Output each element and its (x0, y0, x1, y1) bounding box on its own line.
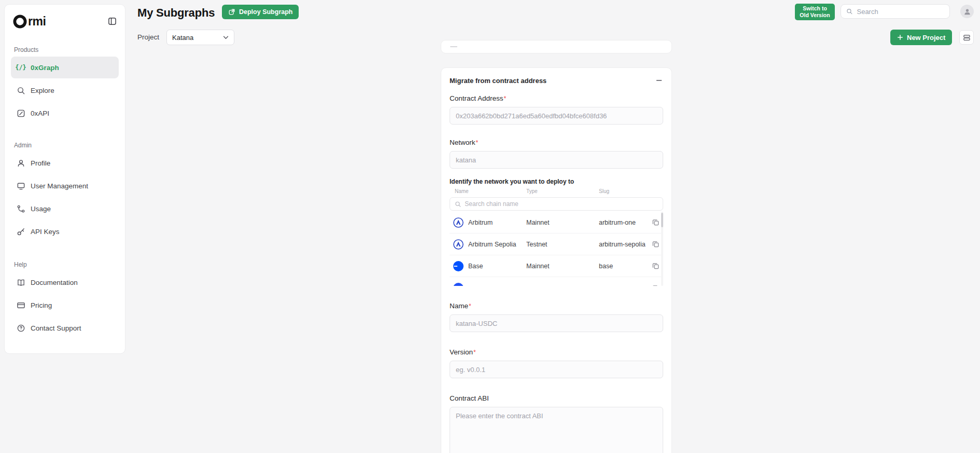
chain-slug: arbitrum-sepolia (599, 241, 648, 248)
required-asterisk: * (473, 349, 476, 356)
chain-list-scrollbar (661, 212, 663, 286)
copy-icon (652, 284, 660, 286)
name-label: Name* (450, 301, 663, 311)
deploy-export-icon (228, 8, 235, 16)
base-chain-icon (453, 261, 464, 271)
arbitrum-chain-icon (453, 217, 464, 228)
key-icon (16, 227, 25, 236)
chain-name: Base (468, 263, 483, 270)
section-label-products: Products (14, 46, 116, 53)
chain-name: Arbitrum (468, 219, 493, 226)
chain-search (450, 197, 663, 211)
sidebar-item-contact-support[interactable]: Contact Support (11, 317, 119, 339)
panel-collapse-icon (108, 17, 117, 26)
search-icon (16, 86, 25, 95)
sidebar-collapse-button[interactable] (108, 17, 117, 26)
chain-row-partial[interactable] (450, 277, 663, 286)
network-label: Network* (450, 138, 663, 147)
code-braces-icon: {/} (16, 63, 25, 72)
contract-abi-textarea[interactable] (450, 407, 663, 453)
chain-list-scrollbar-thumb[interactable] (661, 213, 663, 227)
network-input[interactable] (450, 151, 663, 169)
search-input[interactable] (857, 8, 944, 16)
network-picker-hint: Identify the network you want to deploy … (450, 178, 663, 185)
contract-address-label: Contract Address* (450, 94, 663, 103)
copy-icon (652, 240, 660, 248)
chain-row-arbitrum[interactable]: Arbitrum Mainnet arbitrum-one (450, 212, 663, 234)
chain-list: Arbitrum Mainnet arbitrum-one Arbitrum S… (450, 212, 663, 286)
required-asterisk: * (504, 95, 507, 102)
sidebar: rmi Products {/} 0xGraph Explore 0xAPI A… (4, 4, 125, 354)
contract-address-input[interactable] (450, 107, 663, 125)
new-project-button[interactable]: New Project (890, 30, 952, 45)
version-input[interactable] (450, 361, 663, 378)
person-icon (16, 158, 25, 168)
switch-old-version-button[interactable]: Switch to Old Version (795, 4, 835, 20)
monitor-icon (16, 181, 25, 190)
sidebar-item-label: Profile (31, 159, 50, 167)
chain-type: Mainnet (526, 219, 599, 226)
global-search (841, 4, 950, 19)
collapse-section-button[interactable] (655, 76, 663, 85)
sidebar-item-api-keys[interactable]: API Keys (11, 221, 119, 242)
project-label: Project (137, 33, 159, 41)
chain-slug: arbitrum-one (599, 219, 648, 226)
plus-icon (897, 34, 903, 40)
new-project-label: New Project (907, 34, 945, 42)
column-name: Name (450, 188, 526, 194)
switch-line1: Switch to (803, 5, 827, 12)
credit-card-icon (16, 300, 25, 310)
sidebar-item-label: API Keys (31, 228, 60, 236)
project-select[interactable]: Katana (166, 30, 234, 45)
remnant-dash (450, 46, 457, 47)
api-box-icon (16, 108, 25, 118)
sidebar-item-label: Documentation (31, 279, 78, 286)
version-label: Version* (450, 348, 663, 357)
user-avatar[interactable] (960, 5, 974, 18)
copy-icon (652, 218, 660, 226)
card-title: Migrate from contract address (450, 77, 547, 85)
usage-branch-icon (16, 204, 25, 213)
name-input[interactable] (450, 314, 663, 332)
sidebar-item-0xapi[interactable]: 0xAPI (11, 102, 119, 124)
sidebar-item-documentation[interactable]: Documentation (11, 271, 119, 293)
person-icon (963, 8, 971, 16)
required-asterisk: * (469, 303, 471, 310)
sidebar-item-label: User Management (31, 182, 88, 190)
sidebar-item-user-management[interactable]: User Management (11, 175, 119, 197)
sidebar-item-label: 0xGraph (31, 64, 59, 72)
sidebar-item-usage[interactable]: Usage (11, 198, 119, 219)
arbitrum-chain-icon (453, 239, 464, 250)
chain-type: Testnet (526, 241, 599, 248)
brand-logo: rmi (5, 12, 125, 31)
sidebar-item-label: Contact Support (31, 324, 81, 332)
column-slug: Slug (599, 188, 648, 194)
search-icon (846, 8, 852, 15)
sidebar-item-profile[interactable]: Profile (11, 152, 119, 174)
book-icon (16, 278, 25, 287)
page-title: My Subgraphs (137, 6, 215, 20)
project-select-value: Katana (172, 34, 193, 42)
required-asterisk: * (476, 139, 479, 146)
section-label-admin: Admin (14, 142, 116, 149)
chain-row-base[interactable]: Base Mainnet base (450, 255, 663, 277)
chain-name: Arbitrum Sepolia (468, 241, 516, 248)
contract-abi-label: Contract ABI (450, 394, 663, 403)
sidebar-item-0xgraph[interactable]: {/} 0xGraph (11, 57, 119, 78)
switch-line2: Old Version (800, 12, 830, 19)
deploy-subgraph-button[interactable]: Deploy Subgraph (222, 5, 299, 19)
chain-row-arbitrum-sepolia[interactable]: Arbitrum Sepolia Testnet arbitrum-sepoli… (450, 234, 663, 255)
chain-search-input[interactable] (465, 200, 658, 208)
brand-name: rmi (28, 15, 46, 29)
search-icon (455, 201, 461, 208)
deploy-subgraph-label: Deploy Subgraph (239, 8, 292, 16)
sidebar-item-label: Usage (31, 205, 51, 213)
view-toggle-button[interactable] (959, 30, 974, 45)
sidebar-item-label: Pricing (31, 301, 52, 309)
copy-icon (652, 262, 660, 270)
chain-slug: base (599, 263, 648, 270)
sidebar-item-pricing[interactable]: Pricing (11, 294, 119, 316)
sidebar-item-explore[interactable]: Explore (11, 79, 119, 101)
rows-layout-icon (963, 34, 971, 42)
section-label-help: Help (14, 261, 116, 268)
